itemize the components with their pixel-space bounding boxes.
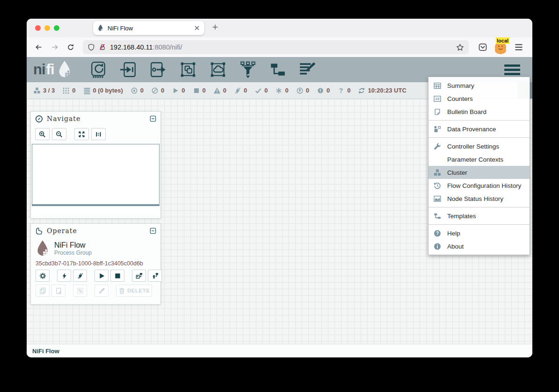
- brush-icon: [98, 287, 105, 294]
- menu-item-label: Data Provenance: [447, 126, 496, 133]
- create-template-button[interactable]: [132, 270, 146, 282]
- breadcrumb-root[interactable]: NiFi Flow: [32, 348, 59, 355]
- menu-item-help[interactable]: ?Help: [428, 227, 530, 240]
- menu-item-controller-settings[interactable]: Controller Settings: [428, 140, 530, 153]
- logo-text-ni: ni: [33, 60, 45, 79]
- stopped-components-count: 0: [203, 87, 206, 94]
- global-menu-button[interactable]: [504, 64, 520, 75]
- tab-close-icon[interactable]: [193, 24, 201, 32]
- menu-item-node-status-history[interactable]: Node Status History: [428, 192, 530, 205]
- refresh-status[interactable]: 10:20:23 UTC: [358, 87, 406, 94]
- menu-item-cluster[interactable]: Cluster: [428, 166, 530, 179]
- menu-item-label: Summary: [447, 82, 474, 89]
- transmitting-icon: [131, 87, 138, 94]
- upload-template-button[interactable]: [148, 270, 162, 282]
- close-window-button[interactable]: [35, 25, 41, 31]
- profile-avatar[interactable]: local: [495, 42, 506, 53]
- collapse-navigate-button[interactable]: [150, 115, 156, 122]
- menu-item-about[interactable]: About: [428, 240, 530, 253]
- menu-item-parameter-contexts[interactable]: Parameter Contexts: [428, 153, 530, 166]
- processor-icon[interactable]: [89, 61, 108, 78]
- nifi-favicon-icon: [97, 24, 104, 32]
- logo-text-fi: fi: [46, 60, 54, 79]
- global-menu: Summary23CountersBulletin BoardData Prov…: [428, 77, 530, 255]
- stop-icon: [114, 272, 121, 279]
- menu-divider: [428, 137, 530, 138]
- disabled-icon: [234, 87, 241, 94]
- bookmark-star-icon[interactable]: [456, 43, 464, 51]
- refresh-icon[interactable]: [358, 87, 365, 94]
- new-tab-button[interactable]: [209, 22, 221, 34]
- disable-button[interactable]: [73, 270, 87, 282]
- browser-tab[interactable]: NiFi Flow: [93, 21, 204, 35]
- stop-button[interactable]: [110, 270, 124, 282]
- queued-icon: [83, 87, 91, 94]
- firefox-menu-icon[interactable]: [514, 42, 524, 52]
- template-icon[interactable]: [269, 61, 287, 78]
- menu-item-label: Cluster: [447, 169, 467, 176]
- tab-title: NiFi Flow: [108, 25, 190, 32]
- configuration-button[interactable]: [36, 270, 50, 282]
- help-icon: ?: [433, 229, 442, 237]
- collapse-operate-button[interactable]: [150, 228, 156, 234]
- pocket-icon[interactable]: [478, 43, 487, 52]
- forward-button[interactable]: [48, 41, 61, 54]
- minimize-window-button[interactable]: [44, 25, 50, 31]
- delete-label: DELETE: [127, 288, 150, 293]
- stopped-components: 0: [193, 87, 206, 94]
- upload-template-icon: [152, 272, 159, 279]
- menu-item-label: Node Status History: [447, 195, 503, 202]
- process-group-drop-icon: [36, 240, 50, 257]
- menu-item-flow-configuration-history[interactable]: Flow Configuration History: [428, 179, 530, 192]
- menu-item-label: Help: [447, 230, 460, 237]
- locally-modified-versioned: 0: [275, 87, 288, 94]
- gear-icon: [39, 272, 46, 279]
- about-icon: [433, 242, 442, 250]
- disabled-components-count: 0: [244, 87, 247, 94]
- back-button[interactable]: [32, 41, 45, 54]
- templates-icon: [433, 212, 442, 220]
- menu-item-templates[interactable]: Templates: [428, 209, 530, 222]
- zoom-fit-button[interactable]: [74, 128, 89, 140]
- locally-modified-stale-versioned: 0: [317, 87, 330, 94]
- bulletin-icon: [433, 108, 442, 116]
- shield-icon[interactable]: [87, 43, 95, 51]
- fit-icon: [78, 131, 85, 138]
- menu-item-label: Counters: [447, 95, 473, 102]
- compass-icon: [35, 115, 43, 123]
- menu-item-bulletin-board[interactable]: Bulletin Board: [428, 105, 530, 118]
- zoom-out-icon: [56, 131, 63, 138]
- remote-process-group-icon[interactable]: [209, 61, 227, 78]
- menu-item-summary[interactable]: Summary: [428, 79, 530, 92]
- insecure-lock-icon[interactable]: [99, 43, 106, 51]
- stale-versioned: 0: [296, 87, 309, 94]
- reload-button[interactable]: [64, 41, 77, 54]
- menu-item-counters[interactable]: 23Counters: [428, 92, 530, 105]
- menu-item-label: Bulletin Board: [447, 108, 486, 115]
- process-group-icon[interactable]: [179, 61, 197, 78]
- input-port-icon[interactable]: [119, 61, 138, 78]
- selected-flow-type: Process Group: [54, 249, 92, 257]
- navigate-palette: Navigate: [30, 111, 161, 219]
- birdseye-minimap[interactable]: [32, 144, 160, 206]
- start-button[interactable]: [94, 270, 109, 282]
- enable-button[interactable]: [57, 270, 71, 282]
- maximize-window-button[interactable]: [54, 25, 59, 31]
- disabled-components: 0: [234, 87, 247, 94]
- url-bar[interactable]: 192.168.40.11:8080/nifi/: [83, 40, 469, 54]
- zoom-actual-button[interactable]: [91, 128, 106, 140]
- component-toolbar: [89, 61, 317, 78]
- menu-item-data-provenance[interactable]: Data Provenance: [428, 122, 530, 135]
- zoom-out-button[interactable]: [52, 128, 66, 140]
- browser-toolbar: 192.168.40.11:8080/nifi/ local: [27, 37, 532, 57]
- label-icon[interactable]: [298, 61, 317, 78]
- funnel-icon[interactable]: [239, 61, 257, 78]
- zoom-in-button[interactable]: [35, 128, 50, 140]
- menu-item-label: Parameter Contexts: [447, 156, 503, 163]
- breadcrumb-bar: NiFi Flow: [27, 344, 532, 357]
- provenance-icon: [433, 125, 442, 133]
- summary-icon: [433, 82, 442, 90]
- running-icon: [172, 87, 179, 94]
- output-port-icon[interactable]: [149, 61, 167, 78]
- nifi-drop-icon: [56, 60, 73, 79]
